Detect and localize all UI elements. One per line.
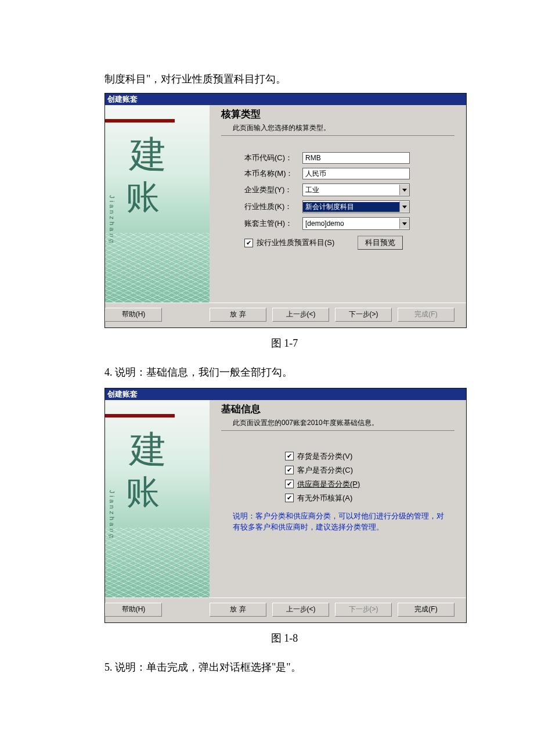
note-explanation: 说明：客户分类和供应商分类，可以对他们进行分级的管理，对有较多客户和供应商时，建… bbox=[221, 507, 454, 533]
finish-button[interactable]: 完成(F) bbox=[398, 603, 454, 617]
checkbox-customer-classify[interactable] bbox=[285, 466, 294, 474]
dialog1-side-panel: 建 账 Jianzhang bbox=[105, 105, 210, 303]
help-button[interactable]: 帮助(H) bbox=[105, 308, 162, 322]
finish-button: 完成(F) bbox=[398, 308, 454, 322]
dialog-accounting-type: 创建账套 建 账 Jianzhang 核算类型 此页面输入您选择的核算类型。 本… bbox=[104, 93, 467, 328]
next-button[interactable]: 下一步(>) bbox=[335, 308, 392, 322]
side-char-2: 账 bbox=[126, 175, 160, 220]
combo-supervisor-text: [demo]demo bbox=[303, 219, 399, 228]
figure-caption-1: 图 1-7 bbox=[104, 336, 464, 350]
combo-enterprise-type-text: 工业 bbox=[303, 185, 399, 195]
abort-button[interactable]: 放 弃 bbox=[210, 603, 266, 617]
prev-button[interactable]: 上一步(<) bbox=[272, 308, 329, 322]
next-button: 下一步(>) bbox=[335, 603, 392, 617]
input-currency-name[interactable] bbox=[302, 168, 410, 179]
subject-preview-button[interactable]: 科目预览 bbox=[358, 236, 403, 250]
label-currency-name: 本币名称(M)： bbox=[244, 168, 302, 179]
label-enterprise-type: 企业类型(Y)： bbox=[244, 185, 302, 195]
label-inventory-classify: 存货是否分类(V) bbox=[297, 451, 352, 462]
chevron-down-icon[interactable] bbox=[399, 201, 409, 212]
label-customer-classify: 客户是否分类(C) bbox=[297, 465, 353, 476]
side-char-1: 建 bbox=[129, 129, 167, 180]
panel-sub-2: 此页面设置您的007账套2010年度账基础信息。 bbox=[221, 417, 454, 431]
panel-title-1: 核算类型 bbox=[221, 105, 454, 122]
panel-sub-1: 此页面输入您选择的核算类型。 bbox=[221, 122, 454, 136]
side-char-2: 账 bbox=[126, 470, 160, 515]
label-supplier-classify: 供应商是否分类(P) bbox=[297, 479, 360, 489]
combo-enterprise-type[interactable]: 工业 bbox=[302, 183, 410, 196]
dialog-basic-info: 创建账套 建 账 Jianzhang 基础信息 此页面设置您的007账套2010… bbox=[104, 388, 467, 623]
label-currency-code: 本币代码(C)： bbox=[244, 153, 302, 163]
checkbox-preset-subjects[interactable] bbox=[244, 239, 253, 247]
list-item-4: 4. 说明：基础信息，我们一般全部打勾。 bbox=[104, 363, 464, 381]
combo-industry-nature[interactable]: 新会计制度科目 bbox=[302, 200, 410, 213]
side-char-1: 建 bbox=[129, 424, 167, 475]
abort-button[interactable]: 放 弃 bbox=[210, 308, 266, 322]
help-button[interactable]: 帮助(H) bbox=[105, 603, 162, 617]
figure-caption-2: 图 1-8 bbox=[104, 631, 464, 645]
intro-text: 制度科目"，对行业性质预置科目打勾。 bbox=[104, 70, 464, 88]
checkbox-foreign-currency[interactable] bbox=[285, 494, 294, 502]
label-foreign-currency: 有无外币核算(A) bbox=[297, 493, 352, 503]
dialog1-titlebar: 创建账套 bbox=[105, 93, 466, 105]
checkbox-supplier-classify[interactable] bbox=[285, 480, 294, 488]
dialog2-side-panel: 建 账 Jianzhang bbox=[105, 400, 210, 597]
input-currency-code[interactable] bbox=[302, 152, 410, 164]
label-industry-nature: 行业性质(K)： bbox=[244, 201, 302, 212]
chevron-down-icon[interactable] bbox=[399, 218, 409, 229]
dialog2-titlebar: 创建账套 bbox=[105, 388, 466, 400]
combo-industry-nature-text: 新会计制度科目 bbox=[303, 202, 399, 212]
combo-supervisor[interactable]: [demo]demo bbox=[302, 217, 410, 230]
list-item-5: 5. 说明：单击完成，弹出对话框选择"是"。 bbox=[104, 658, 464, 676]
chevron-down-icon[interactable] bbox=[399, 185, 409, 195]
label-preset-subjects: 按行业性质预置科目(S) bbox=[257, 237, 334, 248]
checkbox-inventory-classify[interactable] bbox=[285, 452, 294, 460]
label-supervisor: 账套主管(H)： bbox=[244, 218, 302, 229]
panel-title-2: 基础信息 bbox=[221, 400, 454, 417]
prev-button[interactable]: 上一步(<) bbox=[272, 603, 329, 617]
